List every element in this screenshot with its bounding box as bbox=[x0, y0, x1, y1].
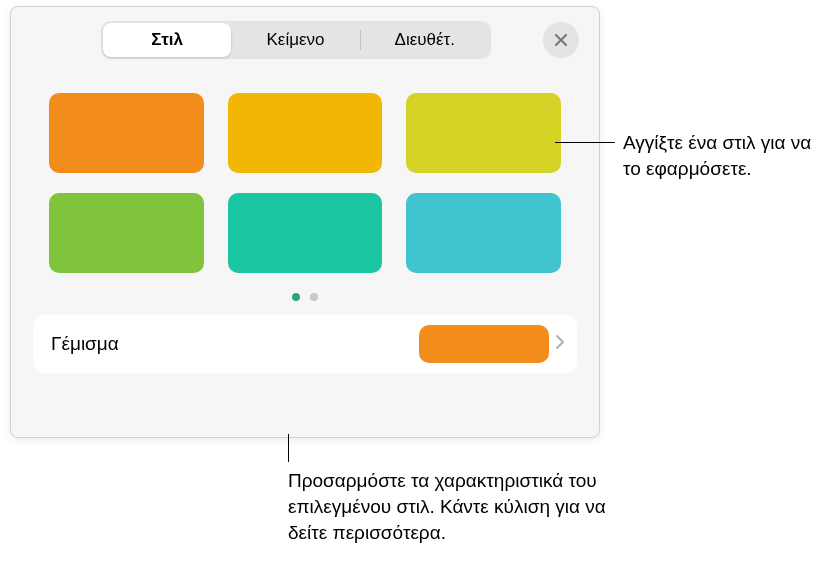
format-panel: Στιλ Κείμενο Διευθέτ. Γέμισμα bbox=[10, 6, 600, 438]
panel-header: Στιλ Κείμενο Διευθέτ. bbox=[11, 7, 599, 65]
tab-style[interactable]: Στιλ bbox=[103, 23, 231, 57]
tab-text-label: Κείμενο bbox=[266, 30, 324, 50]
style-swatch-grid bbox=[11, 65, 599, 285]
style-swatch[interactable] bbox=[228, 93, 383, 173]
callout-line bbox=[288, 434, 289, 462]
style-swatch[interactable] bbox=[406, 193, 561, 273]
style-swatch[interactable] bbox=[406, 93, 561, 173]
fill-color-preview bbox=[419, 325, 549, 363]
style-swatch[interactable] bbox=[49, 93, 204, 173]
tab-arrange[interactable]: Διευθέτ. bbox=[361, 23, 489, 57]
tab-arrange-label: Διευθέτ. bbox=[395, 30, 455, 50]
chevron-right-icon bbox=[555, 334, 565, 354]
page-dot-1[interactable] bbox=[292, 293, 300, 301]
callout-apply-style: Αγγίξτε ένα στιλ για να το εφαρμόσετε. bbox=[623, 130, 813, 182]
format-tabs: Στιλ Κείμενο Διευθέτ. bbox=[101, 21, 491, 59]
close-button[interactable] bbox=[543, 22, 579, 58]
page-dot-2[interactable] bbox=[310, 293, 318, 301]
style-swatch[interactable] bbox=[49, 193, 204, 273]
fill-row[interactable]: Γέμισμα bbox=[33, 315, 577, 373]
callout-line bbox=[555, 142, 615, 143]
callout-customize: Προσαρμόστε τα χαρακτηριστικά του επιλεγ… bbox=[288, 468, 638, 546]
page-indicator bbox=[11, 293, 599, 301]
tab-text[interactable]: Κείμενο bbox=[231, 23, 359, 57]
fill-label: Γέμισμα bbox=[51, 333, 419, 355]
close-icon bbox=[553, 32, 569, 48]
tab-style-label: Στιλ bbox=[151, 30, 183, 50]
style-swatch[interactable] bbox=[228, 193, 383, 273]
